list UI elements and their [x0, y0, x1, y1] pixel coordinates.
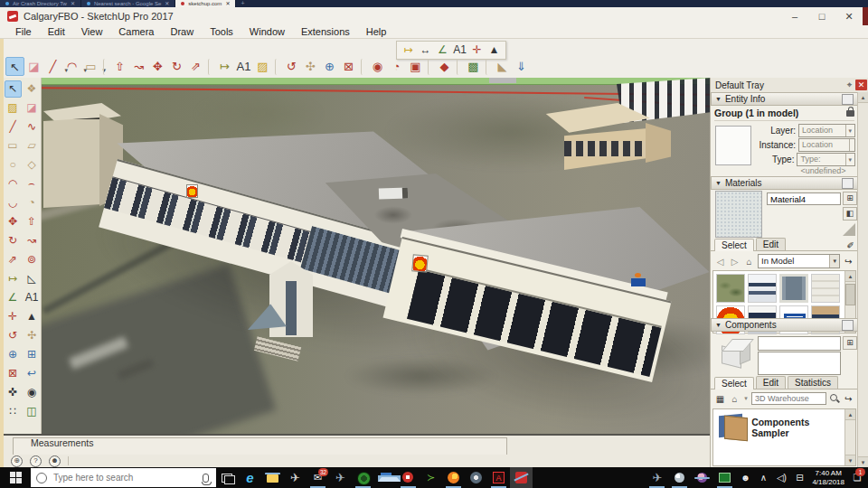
component-name-field[interactable]: [758, 336, 841, 351]
search-input[interactable]: [52, 472, 198, 483]
material-swatch-facade[interactable]: [748, 274, 777, 303]
separator[interactable]: [103, 59, 108, 75]
menu-edit[interactable]: Edit: [40, 26, 73, 37]
preview-earth-button[interactable]: ▩: [464, 57, 483, 76]
dropdown-icon[interactable]: ▾: [845, 125, 852, 136]
entity-info-header[interactable]: ▼ Entity Info: [711, 92, 858, 106]
zoom-previous-tool[interactable]: ↩: [24, 365, 41, 382]
section-window-button[interactable]: [842, 178, 854, 189]
task-view-button[interactable]: [216, 467, 239, 488]
tab-close-icon[interactable]: ✕: [225, 0, 230, 7]
scale-tool[interactable]: ⇗: [5, 251, 22, 268]
zoom-tool[interactable]: ⊕: [5, 346, 22, 363]
field-value[interactable]: Location Snapshot▾: [798, 124, 855, 137]
photos-icon[interactable]: [374, 467, 397, 488]
flight-sim-icon[interactable]: ✈: [329, 467, 352, 488]
paint-bucket-button[interactable]: ▨: [253, 57, 272, 76]
protractor-tool[interactable]: ∠: [5, 289, 22, 306]
credits-icon[interactable]: ?: [30, 455, 42, 467]
3d-warehouse-search-input[interactable]: [751, 392, 826, 405]
taskbar-clock[interactable]: 7:40 AM 4/18/2018: [812, 469, 844, 487]
sample-paint-icon[interactable]: ✐: [847, 240, 854, 250]
pan-button[interactable]: ✣: [301, 57, 320, 76]
scroll-down-icon[interactable]: ▾: [858, 456, 868, 467]
flight-app-icon[interactable]: ✈: [284, 467, 307, 488]
dimension-tool[interactable]: ◺: [24, 270, 41, 287]
line-tool[interactable]: ╱: [5, 118, 22, 136]
sketchup-taskbar-icon[interactable]: [510, 467, 533, 488]
select-tool[interactable]: ↖: [5, 80, 22, 98]
people-tray-icon[interactable]: ☻: [736, 467, 754, 488]
home-icon[interactable]: ⌂: [743, 257, 755, 267]
tape-measure-button[interactable]: ↦: [215, 57, 234, 76]
toggle-terrain-button[interactable]: ◔: [387, 57, 406, 76]
move-tool[interactable]: ✥: [5, 213, 22, 230]
select-button[interactable]: ↖: [5, 57, 24, 76]
line-button[interactable]: ╱▾: [43, 57, 62, 76]
text-button[interactable]: A1: [234, 57, 253, 76]
photo-textures-button[interactable]: ▣: [406, 57, 425, 76]
zoom-window-tool[interactable]: ⊞: [24, 346, 41, 363]
rotated-rectangle-tool[interactable]: ▱: [24, 137, 41, 155]
separator[interactable]: [457, 59, 461, 75]
geolocation-icon[interactable]: ⊕: [11, 455, 23, 467]
section-plane-tool[interactable]: ◫: [24, 403, 41, 420]
scroll-down-icon[interactable]: ▾: [845, 455, 855, 465]
tray-scrollbar[interactable]: ▴ ▾: [857, 92, 868, 467]
freehand-tool[interactable]: ∿: [24, 118, 41, 136]
network-icon[interactable]: ⊟: [790, 467, 808, 488]
forward-arrow-icon[interactable]: ▷: [729, 257, 741, 267]
material-swatch-door[interactable]: [779, 274, 808, 303]
view-options-icon[interactable]: ▦: [714, 394, 726, 404]
viewport-canvas[interactable]: [42, 78, 710, 434]
browser-tab-google-search[interactable]: Nearest search - Google Se✕: [81, 0, 175, 7]
section-window-button[interactable]: [842, 94, 854, 105]
push-pull-button[interactable]: ⇧: [110, 57, 129, 76]
browser-tab-aircrash[interactable]: Air Crash Directory Tw✕: [0, 0, 81, 7]
steam-icon[interactable]: [465, 467, 487, 488]
adobe-reader-icon[interactable]: [487, 467, 510, 488]
new-tab-button[interactable]: +: [236, 0, 249, 7]
mail-icon[interactable]: ✉32: [307, 467, 329, 488]
scroll-up-icon[interactable]: ▴: [845, 409, 855, 420]
send-to-layout-button[interactable]: ◆: [435, 57, 454, 76]
back-arrow-icon[interactable]: ◁: [714, 257, 726, 267]
text-tool[interactable]: A1: [24, 289, 41, 306]
material-name-input[interactable]: [767, 192, 841, 205]
media-app-icon[interactable]: [397, 467, 420, 488]
components-tab-select[interactable]: Select: [714, 377, 754, 389]
menu-file[interactable]: File: [7, 26, 40, 37]
rotate-tool[interactable]: ↻: [5, 232, 22, 249]
menu-tools[interactable]: Tools: [202, 26, 241, 37]
component-list-item[interactable]: Components Sampler: [713, 409, 844, 465]
start-button[interactable]: [0, 467, 31, 488]
orbit-tool[interactable]: ↺: [5, 327, 22, 344]
eraser-tool[interactable]: ◪: [24, 99, 41, 117]
search-icon[interactable]: [829, 393, 840, 404]
sphere-app-icon[interactable]: [691, 467, 713, 488]
rotate-button[interactable]: ↻: [167, 57, 186, 76]
collection-dropdown[interactable]: In Model▾: [758, 254, 840, 268]
material-swatch-camo[interactable]: [716, 274, 745, 303]
firefox-icon[interactable]: [442, 467, 465, 488]
separator[interactable]: [428, 59, 432, 75]
two-point-arc-tool[interactable]: ⌢: [24, 175, 41, 192]
rectangle-tool[interactable]: ▭: [5, 137, 22, 155]
follow-me-tool[interactable]: ↝: [24, 232, 41, 249]
eraser-button[interactable]: ◪: [24, 57, 43, 76]
section-window-button[interactable]: [842, 320, 854, 331]
import-model-button[interactable]: ⇓: [512, 57, 531, 76]
menu-extensions[interactable]: Extensions: [293, 26, 358, 37]
push-pull-tool[interactable]: ⇧: [24, 213, 41, 230]
zoom-extents-tool[interactable]: ⊠: [5, 365, 22, 382]
axes-tool[interactable]: ✛: [5, 308, 22, 325]
paint-bucket-tool[interactable]: ▨: [5, 99, 22, 117]
components-tab-statistics[interactable]: Statistics: [788, 376, 838, 389]
lock-icon[interactable]: [846, 110, 854, 117]
zoom-button[interactable]: ⊕: [320, 57, 339, 76]
remote-app-icon[interactable]: ✈: [646, 467, 668, 488]
components-scrollbar[interactable]: ▴ ▾: [844, 409, 855, 465]
dropdown-icon[interactable]: ▾: [845, 154, 852, 165]
menu-draw[interactable]: Draw: [162, 26, 202, 37]
orbit-button[interactable]: ↺: [282, 57, 301, 76]
